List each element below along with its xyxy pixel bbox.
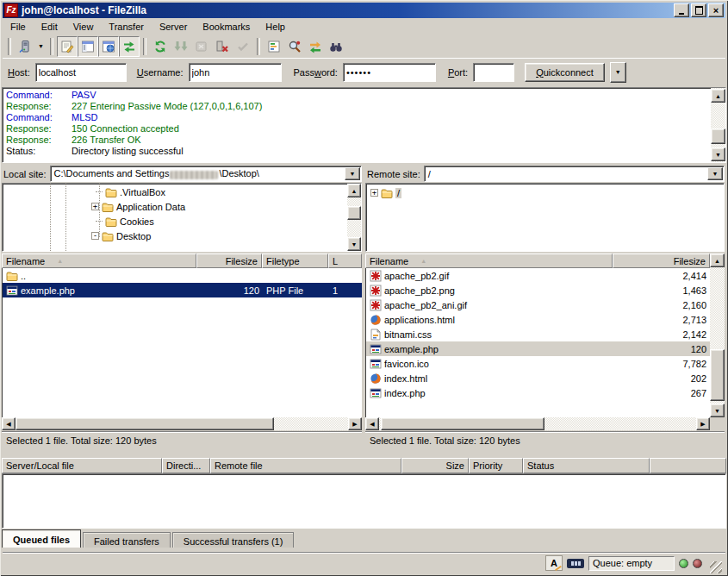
quickconnect-dropdown[interactable]: ▼ <box>610 62 626 83</box>
file-row[interactable]: index.html202 <box>366 371 710 385</box>
column-header-filesize[interactable]: Filesize <box>613 254 710 268</box>
toggle-queue-button[interactable] <box>119 36 140 57</box>
file-row[interactable]: apache_pb2_ani.gif2,160 <box>366 297 710 312</box>
host-input[interactable] <box>35 63 127 82</box>
menu-server[interactable]: Server <box>152 20 195 34</box>
menu-bookmarks[interactable]: Bookmarks <box>195 20 258 34</box>
column-header-status[interactable]: Status <box>523 458 650 473</box>
column-header-remote-file[interactable]: Remote file <box>210 458 401 473</box>
scroll-left-icon[interactable]: ◀ <box>2 417 16 430</box>
file-row-selected[interactable]: example.php120 <box>366 341 710 356</box>
synchronized-browsing-button[interactable] <box>305 36 326 57</box>
remote-file-list[interactable]: apache_pb2.gif2,414 apache_pb2.png1,463 … <box>365 268 710 417</box>
remote-list-scrollbar-thumb[interactable] <box>710 349 725 401</box>
disconnect-button[interactable] <box>212 36 233 57</box>
scroll-down-icon[interactable]: ▼ <box>710 404 725 417</box>
quickconnect-button[interactable]: Quickconnect <box>525 63 605 82</box>
remote-list-scrollbar[interactable]: ▲ ▼ <box>710 254 725 417</box>
scroll-down-icon[interactable]: ▼ <box>711 147 725 161</box>
site-manager-dropdown[interactable]: ▼ <box>35 43 47 49</box>
menu-edit[interactable]: Edit <box>34 20 65 34</box>
local-hscrollbar-thumb[interactable] <box>16 417 274 430</box>
tab-successful-transfers[interactable]: Successful transfers (1) <box>172 532 295 548</box>
folder-icon <box>105 216 117 228</box>
toggle-local-tree-button[interactable] <box>78 36 98 57</box>
local-tree-scrollbar-thumb[interactable] <box>347 206 361 220</box>
tab-queued-files[interactable]: Queued files <box>2 529 81 548</box>
toggle-message-log-button[interactable] <box>57 36 78 57</box>
find-files-button[interactable] <box>326 36 346 57</box>
menu-view[interactable]: View <box>65 20 102 34</box>
local-tree-scrollbar[interactable]: ▲ ▼ <box>347 184 361 251</box>
remote-list-hscrollbar[interactable]: ◀ ▶ <box>365 417 710 430</box>
scroll-right-icon[interactable]: ▶ <box>348 417 362 430</box>
connection-status-icon[interactable] <box>567 559 584 568</box>
transfer-queue-list[interactable] <box>2 473 726 529</box>
tree-item-desktop[interactable]: -Desktop <box>91 229 151 243</box>
username-input[interactable] <box>189 63 282 82</box>
remote-hscrollbar-thumb[interactable] <box>381 417 544 430</box>
expand-icon[interactable]: + <box>370 189 378 197</box>
scroll-up-icon[interactable]: ▲ <box>711 89 725 103</box>
file-row-parent[interactable]: .. <box>3 268 362 283</box>
scroll-up-icon[interactable]: ▲ <box>347 184 361 197</box>
column-header-priority[interactable]: Priority <box>469 458 523 473</box>
scroll-right-icon[interactable]: ▶ <box>696 417 710 430</box>
message-log[interactable]: Command:PASV Response:227 Entering Passi… <box>2 87 726 163</box>
directory-comparison-button[interactable] <box>284 36 305 57</box>
send-activity-led-icon <box>693 559 702 568</box>
tree-item-application-data[interactable]: +Application Data <box>91 199 185 214</box>
site-manager-button[interactable] <box>15 36 35 57</box>
log-scrollbar[interactable]: ▲ ▼ <box>711 88 725 162</box>
column-header-size[interactable]: Size <box>401 458 469 473</box>
menu-help[interactable]: Help <box>258 20 293 34</box>
column-header-last-modified[interactable]: L <box>328 254 362 268</box>
local-directory-tree[interactable]: .VirtualBox +Application Data Cookies -D… <box>2 183 362 252</box>
maximize-button[interactable] <box>691 3 706 17</box>
scroll-down-icon[interactable]: ▼ <box>347 237 361 251</box>
expand-icon[interactable]: + <box>91 203 99 210</box>
local-list-hscrollbar[interactable]: ◀ ▶ <box>2 417 362 430</box>
file-row[interactable]: applications.html2,713 <box>366 312 710 327</box>
abort-button[interactable] <box>233 36 253 57</box>
log-scrollbar-thumb[interactable] <box>711 128 725 144</box>
ascii-datatype-icon[interactable]: A <box>545 555 563 571</box>
column-header-filesize[interactable]: Filesize <box>196 254 262 268</box>
cancel-operation-button[interactable] <box>191 36 212 57</box>
file-row[interactable]: bitnami.css2,142 <box>366 327 710 341</box>
refresh-button[interactable] <box>150 36 171 57</box>
collapse-icon[interactable]: - <box>91 232 99 240</box>
resize-grip[interactable] <box>710 561 722 573</box>
local-site-combobox[interactable]: C:\Documents and Settings\Desktop\ ▼ <box>50 166 362 182</box>
toggle-remote-tree-button[interactable] <box>98 36 119 57</box>
file-row[interactable]: apache_pb2.gif2,414 <box>366 268 710 283</box>
local-file-list[interactable]: .. example.php 120 PHP File 1 <box>2 268 362 417</box>
column-header-filename[interactable]: Filename▲ <box>365 254 613 268</box>
scroll-left-icon[interactable]: ◀ <box>365 417 379 430</box>
port-input[interactable] <box>473 63 514 82</box>
minimize-button[interactable] <box>674 3 689 17</box>
chevron-down-icon[interactable]: ▼ <box>707 167 723 180</box>
close-button[interactable]: × <box>708 3 724 17</box>
column-header-server-local-file[interactable]: Server/Local file <box>2 458 162 473</box>
process-queue-button[interactable] <box>171 36 191 57</box>
menu-file[interactable]: File <box>3 20 34 34</box>
remote-directory-tree[interactable]: +/ <box>365 183 725 252</box>
tree-item-root[interactable]: +/ <box>370 185 401 200</box>
file-row[interactable]: favicon.ico7,782 <box>366 356 710 371</box>
column-header-filetype[interactable]: Filetype <box>262 254 328 268</box>
menu-transfer[interactable]: Transfer <box>101 20 152 34</box>
tree-item-cookies[interactable]: Cookies <box>96 214 154 229</box>
filter-button[interactable] <box>264 36 284 57</box>
file-row[interactable]: apache_pb2.png1,463 <box>366 283 710 297</box>
chevron-down-icon[interactable]: ▼ <box>345 167 360 180</box>
password-input[interactable] <box>343 63 436 82</box>
tree-item-virtualbox[interactable]: .VirtualBox <box>96 185 165 199</box>
column-header-filename[interactable]: Filename▲ <box>2 254 196 268</box>
file-row-selected[interactable]: example.php 120 PHP File 1 <box>3 283 362 297</box>
tab-failed-transfers[interactable]: Failed transfers <box>83 532 171 548</box>
column-header-direction[interactable]: Directi... <box>162 458 210 473</box>
remote-site-combobox[interactable]: / ▼ <box>424 166 725 182</box>
file-row[interactable]: index.php267 <box>366 385 710 400</box>
scroll-up-icon[interactable]: ▲ <box>710 254 725 267</box>
